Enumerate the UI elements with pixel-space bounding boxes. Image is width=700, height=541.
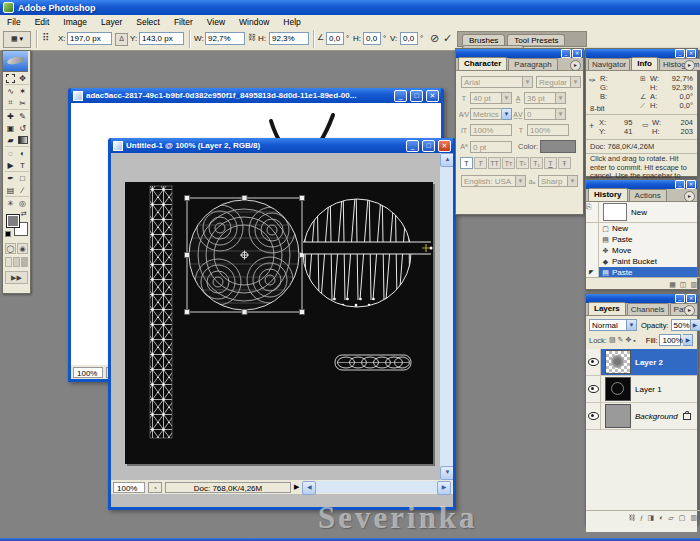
commit-transform-icon[interactable]: ✓	[443, 32, 452, 45]
history-source-well[interactable]	[586, 234, 599, 245]
width-scale-field[interactable]: 92,7%	[205, 32, 245, 45]
layer-row-layer1[interactable]: Layer 1	[586, 376, 697, 403]
all-caps-button[interactable]: TT	[488, 157, 501, 169]
font-style-dropdown-icon[interactable]: ▼	[571, 76, 581, 88]
menu-view[interactable]: View	[200, 17, 232, 27]
kerning-dropdown-icon[interactable]: ▼	[502, 108, 512, 120]
vertical-scale-field[interactable]: 100%	[470, 124, 512, 136]
y-position-field[interactable]: 143,0 px	[139, 32, 184, 45]
font-family-select[interactable]: Arial	[461, 76, 523, 88]
font-size-select[interactable]: 40 pt	[470, 92, 502, 104]
pen-tool[interactable]: ✒	[5, 172, 17, 184]
menu-filter[interactable]: Filter	[167, 17, 200, 27]
relative-position-toggle[interactable]: Δ	[115, 33, 128, 46]
standard-screen-button[interactable]	[5, 257, 12, 267]
history-palette-close-button[interactable]: ✕	[686, 180, 696, 189]
language-dropdown-icon[interactable]: ▼	[516, 175, 526, 187]
scroll-left-button[interactable]: ◀	[302, 481, 316, 495]
lock-position-icon[interactable]: ✥	[625, 336, 631, 344]
palette-well-tab-brushes[interactable]: Brushes	[462, 34, 505, 45]
adobe-online-feather-icon[interactable]	[3, 51, 28, 72]
adjustment-layer-button[interactable]: ◐	[659, 514, 663, 521]
rotate-angle-field[interactable]: 0,0	[326, 32, 344, 45]
leading-select[interactable]: 36 pt	[524, 92, 556, 104]
palette-well-tab-tool-presets[interactable]: Tool Presets	[507, 34, 565, 45]
cancel-transform-icon[interactable]: ⊘	[430, 32, 439, 45]
delete-layer-button[interactable]: ▥	[690, 514, 697, 522]
history-state-paint-bucket[interactable]: ◆ Paint Bucket	[586, 256, 697, 267]
default-colors-icon[interactable]	[5, 231, 11, 237]
layer2-thumbnail[interactable]	[605, 350, 631, 374]
tab-paragraph[interactable]: Paragraph	[508, 58, 557, 70]
front-doc-canvas[interactable]	[125, 182, 433, 464]
baseline-shift-field[interactable]: 0 pt	[470, 141, 512, 153]
kerning-select[interactable]: Metrics	[470, 108, 502, 120]
background-thumbnail[interactable]	[605, 404, 631, 428]
front-doc-titlebar[interactable]: Untitled-1 @ 100% (Layer 2, RGB/8) _ □ ✕	[111, 138, 453, 153]
tab-info[interactable]: Info	[631, 57, 658, 70]
layer-name[interactable]: Layer 1	[635, 385, 662, 394]
dodge-tool[interactable]: ◐	[17, 147, 29, 159]
font-size-dropdown-icon[interactable]: ▼	[502, 92, 512, 104]
quick-mask-mode-button[interactable]: ◉	[17, 243, 28, 254]
healing-brush-tool[interactable]: ✚	[5, 110, 17, 122]
lasso-tool[interactable]: ∿	[5, 85, 17, 97]
fullscreen-menubar-button[interactable]	[13, 257, 20, 267]
menu-select[interactable]: Select	[129, 17, 167, 27]
v-skew-field[interactable]: 0,0	[400, 32, 418, 45]
shape-tool[interactable]: □	[17, 172, 29, 184]
small-caps-button[interactable]: Tᴛ	[502, 157, 515, 169]
text-color-swatch[interactable]	[540, 140, 576, 153]
reference-point-locator-icon[interactable]: ⠿	[42, 33, 48, 43]
front-doc-minimize-button[interactable]: _	[406, 140, 419, 152]
lock-all-icon[interactable]: ▪	[633, 337, 635, 344]
front-doc-close-button[interactable]: ✕	[438, 140, 451, 152]
edit-in-imageready-button[interactable]: ▶▶	[5, 271, 28, 284]
path-selection-tool[interactable]: ▶	[5, 159, 17, 172]
blend-mode-dropdown-icon[interactable]: ▼	[627, 319, 637, 331]
info-palette-menu-button[interactable]: ▸	[684, 60, 695, 71]
type-tool[interactable]: T	[17, 159, 29, 172]
front-doc-size-field[interactable]: Doc: 768,0K/4,26M	[165, 482, 291, 493]
layer-row-layer2[interactable]: Layer 2	[586, 349, 697, 376]
layers-palette-close-button[interactable]: ✕	[686, 294, 696, 303]
tracking-dropdown-icon[interactable]: ▼	[556, 108, 566, 120]
h-skew-field[interactable]: 0,0	[363, 32, 381, 45]
lock-pixels-icon[interactable]: ✎	[618, 336, 624, 344]
history-state-move[interactable]: ✥ Move	[586, 245, 697, 256]
layers-palette-minimize-button[interactable]: _	[675, 294, 685, 303]
crop-tool[interactable]: ⌗	[5, 97, 17, 110]
horizontal-scale-field[interactable]: 100%	[527, 124, 569, 136]
tab-channels[interactable]: Channels	[627, 303, 669, 315]
gradient-tool[interactable]	[17, 134, 29, 147]
new-layer-button[interactable]: ▢	[679, 514, 686, 522]
visibility-well[interactable]	[586, 403, 601, 429]
history-palette-menu-button[interactable]: ▸	[684, 191, 695, 202]
front-document-window[interactable]: Untitled-1 @ 100% (Layer 2, RGB/8) _ □ ✕	[108, 138, 456, 510]
antialias-select[interactable]: Sharp	[538, 175, 568, 187]
front-doc-zoom-field[interactable]: 100%	[113, 482, 145, 493]
clone-stamp-tool[interactable]: ▣	[5, 122, 17, 134]
back-doc-close-button[interactable]: ✕	[426, 90, 439, 102]
tab-actions[interactable]: Actions	[629, 189, 667, 201]
back-doc-zoom-field[interactable]: 100%	[73, 367, 103, 378]
brush-tool[interactable]: ✎	[17, 110, 29, 122]
history-state-paste[interactable]: ▤ Paste	[586, 234, 697, 245]
delete-state-button[interactable]: ▥	[690, 281, 697, 289]
info-palette-close-button[interactable]: ✕	[686, 49, 696, 58]
scroll-right-button[interactable]: ▶	[437, 481, 451, 495]
tab-history[interactable]: History	[588, 188, 628, 201]
standard-mode-button[interactable]: ◯	[5, 243, 16, 254]
tab-navigator[interactable]: Navigator	[588, 58, 630, 70]
fullscreen-button[interactable]	[21, 257, 28, 267]
link-layers-button[interactable]: ⛓	[629, 514, 636, 521]
visibility-well[interactable]	[586, 376, 601, 402]
visibility-well[interactable]	[586, 349, 601, 375]
font-family-dropdown-icon[interactable]: ▼	[523, 76, 533, 88]
layer-group-button[interactable]: ▱	[668, 514, 673, 522]
tracking-select[interactable]: 0	[524, 108, 556, 120]
magic-wand-tool[interactable]: ✶	[17, 85, 29, 97]
new-document-from-state-button[interactable]: ▦	[669, 281, 676, 289]
notes-tool[interactable]: ▤	[5, 184, 17, 197]
history-snapshot-row[interactable]: ⎘ New	[586, 202, 697, 223]
